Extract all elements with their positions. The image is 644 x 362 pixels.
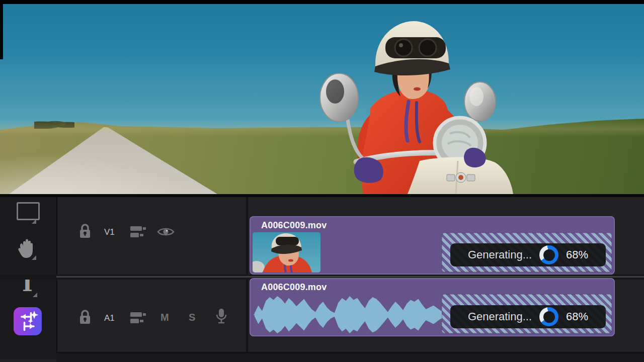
program-monitor: [0, 0, 644, 194]
a1-clip-name: A006C009.mov: [261, 282, 327, 293]
selection-tool-button[interactable]: [17, 202, 40, 220]
v1-clip-thumbnail: [253, 232, 320, 273]
v1-toggle-output-button[interactable]: [157, 226, 175, 240]
a1-progress-ring: [539, 307, 558, 326]
rect-marquee-icon: [17, 202, 40, 220]
clip-start-gridline: [246, 197, 248, 362]
v1-clip[interactable]: A006C009.mov Generating: [250, 216, 615, 275]
road-haze: [0, 146, 226, 194]
letterbox-top: [0, 0, 644, 4]
a1-lock-button[interactable]: [78, 309, 92, 327]
lock-icon: [78, 223, 92, 239]
a1-clip[interactable]: A006C009.mov Generating... 68%: [250, 278, 615, 336]
v1-track-target-button[interactable]: [129, 225, 147, 241]
v1-generating-badge: Generating... 68%: [450, 243, 606, 266]
hand-tool-flyout-triangle: [32, 255, 36, 260]
letterbox-left: [0, 0, 3, 59]
v1-progress-percent: 68%: [566, 248, 588, 261]
v1-generating-label: Generating...: [468, 248, 532, 261]
generative-sparkle-arrows-icon: [14, 307, 42, 335]
generative-extend-tool-button[interactable]: [14, 307, 42, 335]
a1-generating-label: Generating...: [468, 310, 532, 323]
a1-track-label[interactable]: A1: [104, 313, 115, 323]
a1-voiceover-button[interactable]: [215, 308, 228, 329]
preview-timeline-separator: [0, 194, 644, 197]
v1-clip-name: A006C009.mov: [261, 220, 327, 231]
selection-tool-flyout-triangle: [32, 219, 36, 224]
tracks-bottom-area: [56, 353, 644, 362]
audio-waveform: [253, 294, 466, 335]
a1-solo-button[interactable]: S: [189, 312, 195, 323]
track-divider-line[interactable]: [56, 276, 644, 278]
a1-progress-percent: 68%: [566, 310, 588, 323]
app-window: T: [0, 0, 644, 362]
lock-icon: [78, 309, 92, 325]
a1-generating-badge: Generating... 68%: [450, 305, 606, 328]
v1-track-label[interactable]: V1: [104, 227, 115, 237]
track-target-icon: [129, 225, 147, 239]
v1-progress-ring: [539, 245, 558, 264]
rider-on-scooter-illustration: [300, 7, 536, 194]
eye-icon: [157, 226, 175, 238]
v1-lock-button[interactable]: [78, 223, 92, 241]
mic-icon: [215, 308, 228, 327]
timeline-panel: T: [0, 194, 644, 362]
a1-track-target-button[interactable]: [129, 311, 147, 327]
a1-mute-button[interactable]: M: [160, 312, 169, 323]
track-target-icon: [129, 311, 147, 325]
type-tool-flyout-triangle: [33, 293, 37, 297]
